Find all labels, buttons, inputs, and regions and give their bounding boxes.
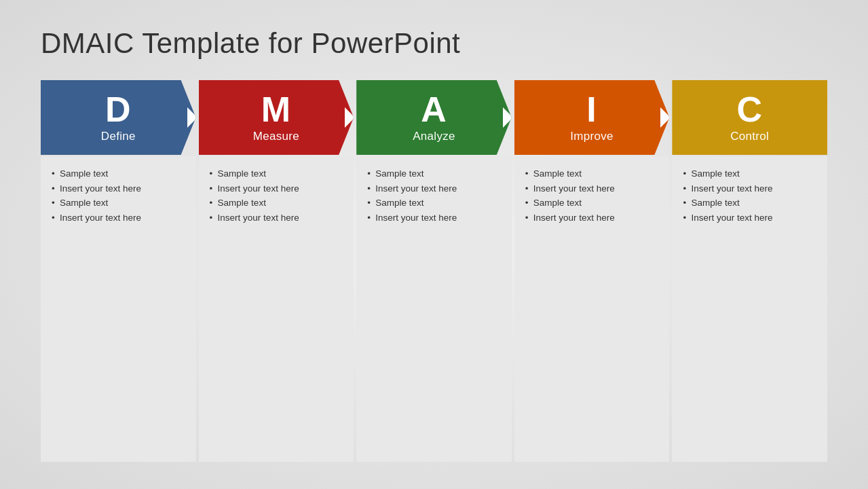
page-title: DMAIC Template for PowerPoint	[41, 27, 827, 60]
header-measure: MMeasure	[199, 80, 354, 155]
list-item: Insert your text here	[524, 182, 660, 196]
header-define: DDefine	[41, 80, 196, 155]
header-analyze: AAnalyze	[356, 80, 512, 155]
label-analyze: Analyze	[413, 130, 455, 143]
label-improve: Improve	[570, 130, 614, 143]
column-analyze: AAnalyzeSample textInsert your text here…	[356, 80, 512, 462]
body-improve: Sample textInsert your text hereSample t…	[514, 156, 670, 462]
letter-measure: M	[261, 92, 291, 127]
letter-define: D	[105, 92, 132, 127]
header-improve: IImprove	[514, 80, 670, 155]
letter-improve: I	[586, 92, 597, 127]
list-item: Sample text	[681, 167, 818, 181]
label-measure: Measure	[253, 130, 299, 143]
list-item: Insert your text here	[50, 211, 187, 225]
list-item: Sample text	[50, 167, 187, 181]
list-item: Sample text	[524, 196, 660, 210]
list-item: Insert your text here	[208, 211, 345, 225]
list-item: Insert your text here	[366, 211, 502, 225]
body-define: Sample textInsert your text hereSample t…	[41, 156, 196, 462]
header-control: CControl	[672, 80, 827, 155]
label-control: Control	[730, 130, 769, 143]
list-item: Sample text	[50, 196, 187, 210]
body-analyze: Sample textInsert your text hereSample t…	[356, 156, 512, 462]
column-define: DDefineSample textInsert your text hereS…	[41, 80, 196, 462]
list-item: Insert your text here	[524, 211, 660, 225]
list-item: Insert your text here	[681, 182, 818, 196]
column-control: CControlSample textInsert your text here…	[672, 80, 827, 462]
body-measure: Sample textInsert your text hereSample t…	[199, 156, 354, 462]
list-item: Insert your text here	[50, 182, 187, 196]
list-item: Sample text	[208, 196, 345, 210]
slide: DMAIC Template for PowerPoint DDefineSam…	[0, 0, 868, 489]
list-item: Insert your text here	[366, 182, 502, 196]
list-item: Sample text	[524, 167, 660, 181]
list-item: Insert your text here	[681, 211, 818, 225]
list-item: Sample text	[366, 196, 502, 210]
column-measure: MMeasureSample textInsert your text here…	[199, 80, 354, 462]
dmaic-container: DDefineSample textInsert your text hereS…	[41, 80, 827, 462]
letter-control: C	[736, 92, 763, 127]
list-item: Sample text	[208, 167, 345, 181]
list-item: Sample text	[366, 167, 502, 181]
column-improve: IImproveSample textInsert your text here…	[514, 80, 670, 462]
list-item: Sample text	[681, 196, 818, 210]
body-control: Sample textInsert your text hereSample t…	[672, 156, 827, 462]
label-define: Define	[101, 130, 136, 143]
list-item: Insert your text here	[208, 182, 345, 196]
letter-analyze: A	[421, 92, 447, 127]
